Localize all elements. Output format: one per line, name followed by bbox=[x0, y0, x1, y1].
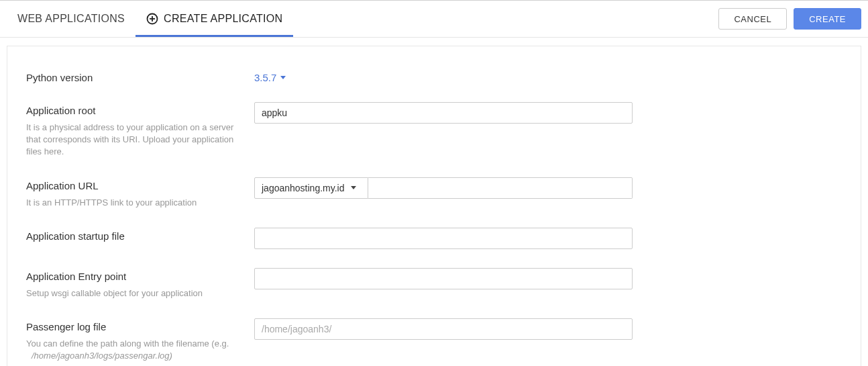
python-version-select[interactable]: 3.5.7 bbox=[254, 69, 286, 83]
url-input-group: jagoanhosting.my.id bbox=[254, 177, 633, 199]
row-application-root: Application root It is a physical addres… bbox=[26, 102, 842, 158]
tab-create-application[interactable]: CREATE APPLICATION bbox=[135, 1, 293, 37]
create-button[interactable]: CREATE bbox=[794, 8, 861, 30]
row-startup-file: Application startup file bbox=[26, 228, 842, 249]
label-application-root: Application root bbox=[26, 102, 241, 116]
help-entry-point: Setup wsgi callable object for your appl… bbox=[26, 287, 241, 300]
label-python-version: Python version bbox=[26, 69, 241, 83]
help-application-root: It is a physical address to your applica… bbox=[26, 122, 241, 158]
plus-circle-icon bbox=[146, 13, 158, 25]
python-version-value: 3.5.7 bbox=[254, 72, 276, 83]
startup-file-input[interactable] bbox=[254, 228, 633, 249]
row-passenger-log: Passenger log file You can define the pa… bbox=[26, 318, 842, 362]
url-domain-value: jagoanhosting.my.id bbox=[262, 183, 344, 193]
label-startup-file: Application startup file bbox=[26, 228, 241, 242]
top-actions: CANCEL CREATE bbox=[718, 8, 861, 30]
row-entry-point: Application Entry point Setup wsgi calla… bbox=[26, 268, 842, 300]
label-application-url: Application URL bbox=[26, 177, 241, 191]
cancel-button[interactable]: CANCEL bbox=[718, 8, 787, 30]
entry-point-input[interactable] bbox=[254, 268, 633, 289]
top-bar: WEB APPLICATIONS CREATE APPLICATION CANC… bbox=[0, 0, 868, 38]
caret-down-icon bbox=[280, 76, 286, 79]
label-passenger-log: Passenger log file bbox=[26, 318, 241, 332]
help-application-url: It is an HTTP/HTTPS link to your applica… bbox=[26, 197, 241, 209]
help-passenger-log: You can define the path along with the f… bbox=[26, 338, 241, 362]
url-domain-select[interactable]: jagoanhosting.my.id bbox=[254, 177, 368, 199]
tab-web-applications[interactable]: WEB APPLICATIONS bbox=[7, 1, 135, 37]
application-root-input[interactable] bbox=[254, 102, 633, 124]
passenger-log-input[interactable] bbox=[254, 318, 633, 340]
label-entry-point: Application Entry point bbox=[26, 268, 241, 282]
caret-down-icon bbox=[351, 186, 356, 189]
tab-label: CREATE APPLICATION bbox=[164, 13, 282, 25]
url-path-input[interactable] bbox=[368, 177, 633, 199]
tabs: WEB APPLICATIONS CREATE APPLICATION bbox=[7, 1, 293, 37]
row-python-version: Python version 3.5.7 bbox=[26, 69, 842, 83]
tab-label: WEB APPLICATIONS bbox=[17, 13, 125, 25]
row-application-url: Application URL It is an HTTP/HTTPS link… bbox=[26, 177, 842, 209]
content-panel: Python version 3.5.7 Application root It… bbox=[7, 46, 861, 366]
